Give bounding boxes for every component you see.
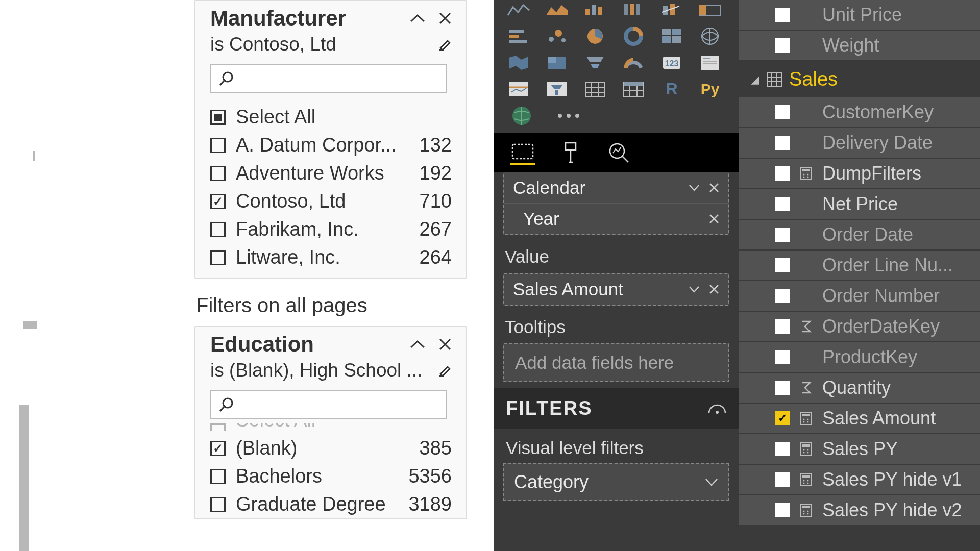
expand-icon[interactable]: ◢ <box>751 73 760 86</box>
shape-map-icon[interactable] <box>541 53 573 72</box>
field-checkbox[interactable] <box>775 350 790 364</box>
checkbox-icon[interactable] <box>210 423 226 431</box>
field-checkbox[interactable] <box>775 197 790 211</box>
line-chart-icon[interactable] <box>503 0 534 19</box>
collapse-icon[interactable] <box>409 13 426 23</box>
filter-option[interactable]: A. Datum Corpor... 132 <box>210 131 452 159</box>
field-checkbox[interactable] <box>775 381 790 395</box>
python-visual-icon[interactable]: Py <box>694 80 726 99</box>
checkbox-selectall-icon[interactable] <box>210 110 226 125</box>
field-item[interactable]: Weight <box>739 31 980 61</box>
gauge-icon[interactable] <box>618 53 649 72</box>
field-checkbox[interactable] <box>775 136 790 150</box>
chevron-down-icon[interactable] <box>689 286 700 293</box>
scatter-chart-icon[interactable] <box>541 27 573 46</box>
checkbox-icon[interactable] <box>210 138 226 153</box>
filter-search-input[interactable] <box>210 64 447 93</box>
arcgis-icon[interactable] <box>506 106 537 126</box>
matrix-icon[interactable] <box>618 80 649 99</box>
filled-map-icon[interactable] <box>503 53 534 72</box>
chevron-down-icon[interactable] <box>705 478 718 486</box>
bar-chart-icon[interactable] <box>503 27 534 46</box>
field-checkbox[interactable] <box>775 166 790 181</box>
checkbox-icon[interactable] <box>210 250 226 265</box>
close-icon[interactable] <box>709 183 719 193</box>
field-item[interactable]: Sales Amount <box>739 404 980 434</box>
field-item[interactable]: Order Date <box>739 220 980 251</box>
chevron-down-icon[interactable] <box>689 184 700 191</box>
multi-row-card-icon[interactable] <box>503 80 534 99</box>
axis-field-well[interactable]: Calendar Year <box>503 172 729 235</box>
checkbox-icon[interactable] <box>210 166 226 181</box>
filter-option[interactable]: Bachelors 5356 <box>210 462 452 490</box>
field-checkbox[interactable] <box>775 442 790 456</box>
filter-option[interactable]: Contoso, Ltd 710 <box>210 187 452 215</box>
card-icon[interactable]: 123 <box>656 53 688 72</box>
field-pill-calendar[interactable]: Calendar <box>504 172 728 204</box>
funnel-icon[interactable] <box>579 53 611 72</box>
field-item[interactable]: Delivery Date <box>739 128 980 159</box>
selection-handle[interactable] <box>23 321 37 329</box>
selection-edge[interactable] <box>19 405 29 551</box>
filter-option[interactable]: (Blank) 385 <box>210 434 452 462</box>
close-icon[interactable] <box>438 12 452 25</box>
kpi-icon[interactable] <box>694 53 726 72</box>
visual-filter-category[interactable]: Category <box>503 463 729 501</box>
field-item[interactable]: ProductKey <box>739 342 980 373</box>
ribbon-chart-icon[interactable] <box>694 0 726 19</box>
slicer-icon[interactable] <box>541 80 573 99</box>
field-item[interactable]: DumpFilters <box>739 159 980 189</box>
hundred-stacked-icon[interactable] <box>618 0 649 19</box>
field-checkbox[interactable] <box>775 38 790 53</box>
close-icon[interactable] <box>438 338 452 351</box>
filter-option-select-all[interactable]: Select All <box>210 103 452 131</box>
field-checkbox[interactable] <box>775 228 790 242</box>
selection-handle[interactable] <box>33 151 35 161</box>
area-chart-icon[interactable] <box>541 0 573 19</box>
reveal-icon[interactable] <box>708 403 726 414</box>
checkbox-icon[interactable] <box>210 441 226 456</box>
close-icon[interactable] <box>709 284 719 294</box>
field-checkbox[interactable] <box>775 289 790 303</box>
donut-chart-icon[interactable] <box>618 27 649 46</box>
table-icon[interactable] <box>579 80 611 99</box>
field-pill-year[interactable]: Year <box>504 204 728 234</box>
field-checkbox[interactable] <box>775 472 790 487</box>
field-checkbox[interactable] <box>775 319 790 334</box>
collapse-icon[interactable] <box>409 339 426 349</box>
filter-search-input[interactable] <box>210 390 447 419</box>
globe-map-icon[interactable] <box>694 27 726 46</box>
field-item[interactable]: Net Price <box>739 189 980 220</box>
field-item[interactable]: CustomerKey <box>739 97 980 128</box>
field-checkbox[interactable] <box>775 258 790 272</box>
filter-option[interactable]: Fabrikam, Inc. 267 <box>210 215 452 243</box>
field-checkbox[interactable] <box>775 503 790 517</box>
field-item[interactable]: Unit Price <box>739 0 980 31</box>
field-item[interactable]: Sales PY hide v1 <box>739 465 980 495</box>
tab-analytics[interactable] <box>606 140 631 165</box>
stacked-column-icon[interactable] <box>579 0 611 19</box>
eraser-icon[interactable] <box>436 363 452 378</box>
field-item[interactable]: Order Line Nu... <box>739 251 980 281</box>
combo-chart-icon[interactable] <box>656 0 688 19</box>
field-item[interactable]: Quantity <box>739 373 980 404</box>
field-checkbox[interactable] <box>775 411 790 425</box>
checkbox-icon[interactable] <box>210 222 226 237</box>
r-visual-icon[interactable]: R <box>656 80 688 99</box>
tab-format[interactable] <box>558 140 583 165</box>
close-icon[interactable] <box>709 214 719 224</box>
value-field-well[interactable]: Sales Amount <box>503 273 729 306</box>
filter-option[interactable]: Graduate Degree 3189 <box>210 490 452 518</box>
checkbox-icon[interactable] <box>210 194 226 209</box>
more-visuals-icon[interactable] <box>553 106 584 126</box>
field-checkbox[interactable] <box>775 8 790 22</box>
filter-option[interactable]: Adventure Works 192 <box>210 159 452 187</box>
field-item[interactable]: Order Number <box>739 281 980 312</box>
field-item[interactable]: Sales PY hide v2 <box>739 495 980 526</box>
checkbox-icon[interactable] <box>210 469 226 484</box>
filter-option[interactable]: Litware, Inc. 264 <box>210 243 452 271</box>
tooltips-field-well[interactable]: Add data fields here <box>503 343 729 382</box>
checkbox-icon[interactable] <box>210 497 226 512</box>
filter-option-select-all[interactable]: Select All <box>210 423 452 434</box>
field-pill-sales-amount[interactable]: Sales Amount <box>504 274 728 305</box>
